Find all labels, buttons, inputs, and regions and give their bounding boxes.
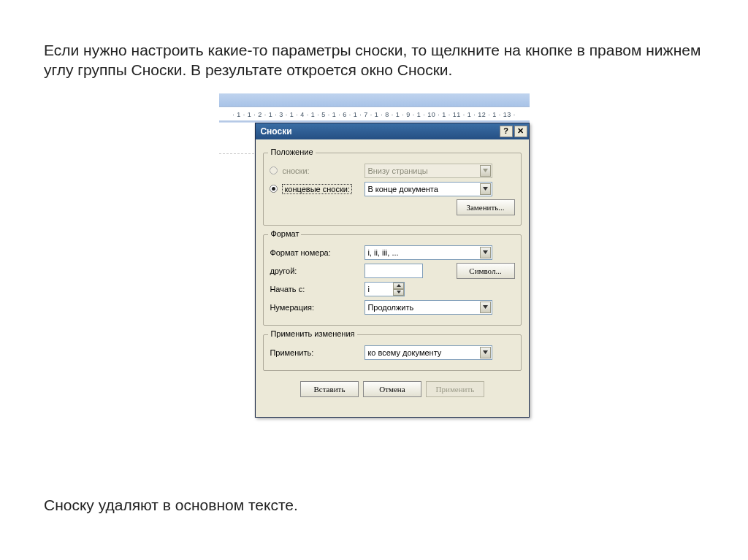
numbering-combo[interactable]: Продолжить <box>365 300 492 315</box>
endnotes-radio[interactable] <box>270 185 278 193</box>
dialog-title: Сноски <box>260 126 291 137</box>
document-area: Сноски ? ✕ Положение сноски: Внизу стран… <box>219 123 530 418</box>
cancel-button[interactable]: Отмена <box>363 381 421 397</box>
start-at-spinner[interactable]: i <box>365 282 405 296</box>
custom-mark-label: другой: <box>270 266 365 275</box>
format-group-label: Формат <box>268 229 301 238</box>
outro-text: Сноску удаляют в основном тексте. <box>44 496 298 514</box>
ruler: · 1 · 1 · 2 · 1 · 3 · 1 · 4 · 1 · 5 · 1 … <box>219 107 530 123</box>
numbering-value: Продолжить <box>367 303 413 312</box>
intro-text: Если нужно настроить какие-то параметры … <box>0 0 748 80</box>
close-button[interactable]: ✕ <box>514 126 527 137</box>
endnotes-location-combo[interactable]: В конце документа <box>365 182 492 196</box>
symbol-button[interactable]: Символ... <box>457 263 515 279</box>
insert-button[interactable]: Вставить <box>300 381 359 397</box>
footnotes-location-combo: Внизу страницы <box>365 164 492 178</box>
apply-button: Применить <box>426 381 484 397</box>
position-group-label: Положение <box>268 147 315 156</box>
endnotes-radio-label: концевые сноски: <box>282 184 352 194</box>
footnotes-radio[interactable] <box>270 166 278 174</box>
footnotes-dialog: Сноски ? ✕ Положение сноски: Внизу стран… <box>255 123 529 418</box>
apply-to-value: ко всему документу <box>367 348 441 357</box>
footnotes-radio-label: сноски: <box>282 166 309 175</box>
number-format-combo[interactable]: i, ii, iii, ... <box>365 245 492 260</box>
chevron-down-icon[interactable] <box>480 302 491 313</box>
chevron-down-icon[interactable] <box>480 347 491 358</box>
format-group: Формат Формат номера: i, ii, iii, ... др… <box>263 234 521 326</box>
apply-changes-group-label: Применить изменения <box>268 329 356 338</box>
chevron-down-icon[interactable] <box>480 183 491 195</box>
number-format-value: i, ii, iii, ... <box>367 248 398 257</box>
footnotes-location-value: Внизу страницы <box>367 166 427 175</box>
apply-to-label: Применить: <box>270 348 365 357</box>
number-format-label: Формат номера: <box>270 248 365 257</box>
start-at-label: Начать с: <box>270 285 365 294</box>
help-button[interactable]: ? <box>500 126 513 137</box>
footnotes-radio-row[interactable]: сноски: <box>270 166 365 175</box>
screenshot-container: · 1 · 1 · 2 · 1 · 3 · 1 · 4 · 1 · 5 · 1 … <box>219 93 530 418</box>
endnotes-location-value: В конце документа <box>367 185 438 193</box>
word-window-strip <box>219 93 530 107</box>
dialog-titlebar[interactable]: Сноски ? ✕ <box>256 123 528 139</box>
spinner-up-icon[interactable] <box>393 283 404 289</box>
left-margin <box>219 123 256 418</box>
ghost-lines <box>219 153 255 156</box>
chevron-down-icon[interactable] <box>480 247 491 258</box>
spinner-down-icon[interactable] <box>393 289 404 296</box>
apply-changes-group: Применить изменения Применить: ко всему … <box>263 334 521 371</box>
apply-to-combo[interactable]: ко всему документу <box>365 345 492 360</box>
chevron-down-icon <box>480 165 491 177</box>
position-group: Положение сноски: Внизу страницы <box>263 153 521 226</box>
numbering-label: Нумерация: <box>270 303 365 312</box>
replace-button[interactable]: Заменить... <box>457 199 515 215</box>
start-at-value: i <box>367 285 369 294</box>
endnotes-radio-row[interactable]: концевые сноски: <box>270 184 365 194</box>
custom-mark-input[interactable] <box>365 264 423 278</box>
